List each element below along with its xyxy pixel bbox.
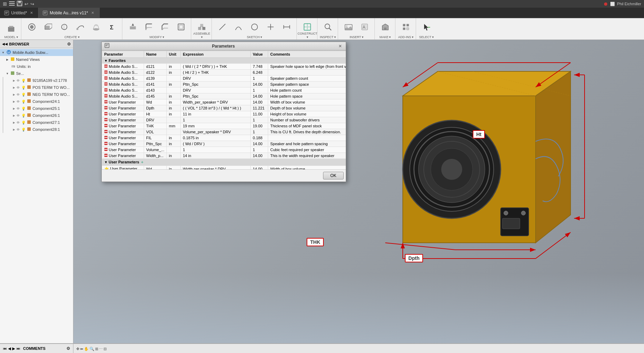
sidebar-item-comp26[interactable]: ▶ 👁 💡 Component26:1 (3, 112, 73, 119)
sidebar-eye-icon[interactable]: 👁 (16, 79, 20, 83)
save-icon[interactable] (17, 1, 22, 7)
table-row[interactable]: Mobile Audio S...d122in( Ht / 2 ) + THK6… (102, 70, 346, 76)
sidebar-eye-comp28[interactable]: 👁 (16, 128, 20, 132)
undo-icon[interactable]: ↩ (24, 1, 28, 7)
comments-nav-play[interactable]: ▶ (12, 346, 15, 351)
sidebar-light-comp24[interactable]: 💡 (21, 100, 26, 104)
fullscreen-icon[interactable]: ⬜ (610, 2, 615, 6)
toolbar-btn-make[interactable] (378, 17, 393, 36)
toolbar-btn-insert-image[interactable] (341, 17, 356, 36)
tab-mobile-audio-close[interactable]: ✕ (90, 10, 95, 15)
toolbar-btn-chamfer[interactable] (157, 17, 173, 36)
redo-icon[interactable]: ↪ (30, 1, 34, 7)
table-row[interactable]: Mobile Audio S...d145inPttn_Spc14.00Hole… (102, 93, 346, 99)
table-row[interactable]: Mobile Audio S...d143DRV1Hole pattern co… (102, 87, 346, 93)
table-row[interactable]: User ParameterWidth_p...in14 in14.00This… (102, 153, 346, 159)
toolbar-btn-loft[interactable] (88, 17, 104, 36)
toolbar-btn-insert-decal[interactable]: A (357, 17, 372, 36)
sidebar-expand-92185[interactable]: ▶ (13, 79, 15, 82)
sidebar-item-units[interactable]: in Units: in (0, 63, 73, 70)
table-row[interactable]: Mobile Audio S...d121in( Wd / ( 2 * DRV … (102, 64, 346, 70)
toolbar-btn-shell[interactable] (173, 17, 189, 36)
sidebar-item-comp28[interactable]: ▶ 👁 💡 Component28:1 (3, 126, 73, 133)
sidebar-expand-named-views[interactable]: ▶ (6, 58, 9, 61)
timeline-back-icon[interactable]: ⬅ (80, 347, 83, 351)
timeline-table-icon[interactable]: ⊟ (103, 347, 107, 351)
toolbar-btn-revolve[interactable] (56, 17, 72, 36)
sidebar-item-comp27[interactable]: ▶ 👁 💡 Component27:1 (3, 119, 73, 126)
section-expand-icon[interactable]: ▼ (104, 59, 109, 63)
toolbar-btn-sketch-circle[interactable] (247, 17, 262, 36)
sidebar-item-neg-term[interactable]: ▶ 👁 💡 NEG TERM TO WO... (3, 91, 73, 98)
tab-untitled-close[interactable]: ✕ (29, 10, 34, 15)
sidebar-item-92185[interactable]: ▶ 👁 💡 92185A199 v2:1778 (3, 77, 73, 84)
comments-nav-end[interactable]: ⏭ (16, 346, 20, 351)
table-row[interactable]: User ParameterDRV11Number of subwoofer d… (102, 117, 346, 123)
sidebar-light-pos[interactable]: 💡 (21, 86, 26, 90)
sidebar-light-comp26[interactable]: 💡 (21, 114, 26, 118)
table-row[interactable]: User ParameterVOLVolume_per_speaker * DR… (102, 129, 346, 135)
toolbar-btn-press-pull[interactable] (125, 17, 141, 36)
toolbar-btn-sketch-arc[interactable] (231, 17, 246, 36)
table-row[interactable]: User ParameterPttn_Spcin( Wd / DRV )14.0… (102, 141, 346, 147)
table-row[interactable]: ⭐ User ParameterWdinWidth per speaker * … (102, 166, 346, 170)
toolbar-btn-fillet[interactable] (141, 17, 157, 36)
table-row[interactable]: Mobile Audio S...d139DRV1Speaker pattern… (102, 76, 346, 82)
params-table-container[interactable]: Parameter Name Unit Expression Value Com… (102, 50, 346, 169)
sidebar-item-root[interactable]: ▼ M Mobile Audio Subw... (0, 49, 73, 56)
sidebar-eye-pos[interactable]: 👁 (16, 86, 20, 90)
table-row[interactable]: User ParameterDpthin( ( VOL * 1728 in^3 … (102, 105, 346, 111)
toolbar-btn-extrude[interactable] (40, 17, 56, 36)
toolbar-btn-sketch-line[interactable] (215, 17, 230, 36)
viewport[interactable]: Wd Ht THK Dpth Parameters ✕ (73, 40, 644, 343)
section-expand-icon[interactable]: ▼ (104, 160, 109, 164)
add-parameter-button[interactable]: ＋ (139, 160, 144, 164)
sidebar-item-comp25[interactable]: ▶ 👁 💡 Component25:1 (3, 105, 73, 112)
sidebar-eye-comp25[interactable]: 👁 (16, 107, 20, 111)
sidebar-collapse-icon[interactable]: ◀◀ (2, 42, 8, 46)
comments-nav-start[interactable]: ⏮ (3, 346, 7, 351)
table-row[interactable]: User ParameterHtin11 in11.00Height of bo… (102, 111, 346, 117)
sidebar-eye-neg[interactable]: 👁 (16, 93, 20, 97)
comments-nav-prev[interactable]: ◀ (8, 346, 11, 351)
sidebar-item-pos-term[interactable]: ▶ 👁 💡 POS TERM TO WO... (3, 84, 73, 91)
sidebar-expand-root[interactable]: ▼ (1, 51, 5, 54)
sidebar-item-se[interactable]: ▼ Se... (0, 70, 73, 77)
toolbar-btn-select[interactable] (419, 17, 434, 36)
timeline-move-icon[interactable]: ✥ (76, 347, 79, 351)
toolbar-btn-sweep[interactable] (72, 17, 88, 36)
sidebar-expand-se[interactable]: ▼ (6, 72, 9, 75)
sidebar-item-named-views[interactable]: ▶ Named Views (0, 56, 73, 63)
timeline-settings-icon[interactable]: ⋯ (99, 347, 103, 351)
table-row[interactable]: User ParameterTHKmm19 mm19.00Thickness o… (102, 123, 346, 129)
timeline-grid-icon[interactable]: ⊞ (95, 347, 98, 351)
toolbar-btn-inspect[interactable] (320, 17, 336, 36)
table-row[interactable]: User ParameterVolume_...11Cubic feet req… (102, 147, 346, 153)
sidebar-expand-comp28[interactable]: ▶ (13, 128, 15, 131)
params-close-button[interactable]: ✕ (337, 43, 343, 49)
sidebar-light-comp28[interactable]: 💡 (21, 128, 26, 132)
grid-icon[interactable]: ⊞ (3, 1, 7, 7)
sidebar-expand-comp25[interactable]: ▶ (13, 107, 15, 110)
toolbar-btn-sketch-cross[interactable] (263, 17, 278, 36)
sidebar-light-neg[interactable]: 💡 (21, 93, 26, 97)
sidebar-eye-comp26[interactable]: 👁 (16, 114, 20, 118)
table-row[interactable]: User ParameterFILin0.1875 in0.188 (102, 135, 346, 141)
comments-gear-icon[interactable]: ⚙ (66, 346, 70, 351)
sidebar-expand-comp27[interactable]: ▶ (13, 121, 15, 124)
params-ok-button[interactable]: OK (323, 172, 344, 179)
sidebar-light-comp27[interactable]: 💡 (21, 121, 26, 125)
toolbar-btn-sketch-span[interactable] (279, 17, 294, 36)
table-row[interactable]: Mobile Audio S...d141inPttn_Spc14.00Spea… (102, 82, 346, 87)
sidebar-expand-pos[interactable]: ▶ (13, 86, 15, 89)
app-menu-icon[interactable] (9, 1, 15, 6)
sidebar-content[interactable]: ▼ M Mobile Audio Subw... ▶ Named Views i… (0, 48, 73, 343)
sidebar-expand-comp24[interactable]: ▶ (13, 100, 15, 103)
sidebar-expand-neg[interactable]: ▶ (13, 93, 15, 96)
sidebar-light-comp25[interactable]: 💡 (21, 107, 26, 111)
timeline-grab-icon[interactable]: ✋ (84, 347, 89, 351)
toolbar-btn-new-body[interactable] (24, 17, 40, 36)
sidebar-item-comp24[interactable]: ▶ 👁 💡 Component24:1 (3, 98, 73, 105)
tab-mobile-audio[interactable]: Mobile Au...ires v11* ✕ (38, 8, 99, 18)
table-row[interactable]: User ParameterWdinWidth_per_speaker * DR… (102, 99, 346, 105)
